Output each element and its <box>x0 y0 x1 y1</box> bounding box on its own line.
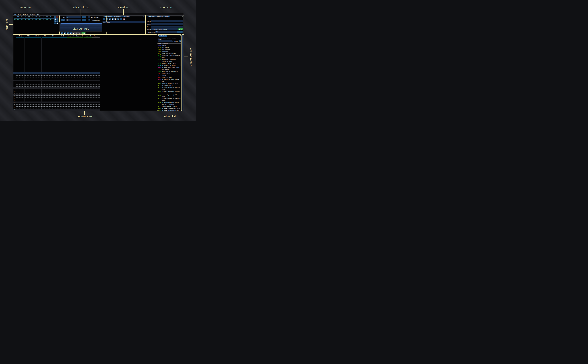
effect-row-11xx[interactable]: 11xxSet feedback (0 to 7) <box>158 84 181 86</box>
author-field[interactable] <box>151 23 183 25</box>
duplicate-to-end-button[interactable] <box>56 20 59 22</box>
pattern-row-7[interactable]: 7 <box>13 85 100 87</box>
effect-row-0Dxx[interactable]: 0DxxJump to next pattern <box>158 77 181 78</box>
tab-song-info[interactable]: Song Info <box>148 16 156 17</box>
pattern-row-15[interactable]: 15 <box>13 100 100 102</box>
effect-table-header[interactable]: Name Description <box>157 43 181 44</box>
order-cell[interactable]: 00 <box>32 19 33 20</box>
effect-row-16xy[interactable]: 16xySet operator multiplier (x: operator… <box>158 102 181 105</box>
step-increase-button[interactable]: + <box>84 19 86 21</box>
effect-row-19xx[interactable]: 19xxSet attack of all operators (0 to 1F… <box>158 108 181 110</box>
remove-order-button[interactable] <box>56 16 59 18</box>
system-select[interactable]: Sega Genesis/Mega Drive <box>151 28 178 30</box>
move-asset-up-button[interactable] <box>117 18 119 20</box>
pattern-view-panel[interactable]: ++ FM 1FM 2FM 3FM 4FM 5FM 6Square 1Squar… <box>13 35 157 111</box>
channel-header-fm-4[interactable]: FM 4 <box>44 35 47 37</box>
order-selected-row[interactable] <box>14 18 54 21</box>
order-cell[interactable]: 00 <box>17 19 19 20</box>
effect-row-13xx[interactable]: 13xxSet level of operator 2 (0 highest, … <box>158 90 181 94</box>
order-cell[interactable]: 00 <box>46 19 48 20</box>
repeat-pattern-button[interactable] <box>78 32 80 34</box>
pattern-row-4[interactable]: 4 <box>13 80 100 82</box>
tuning-increase-button[interactable]: + <box>180 31 183 33</box>
collapse-icon[interactable] <box>158 35 159 36</box>
save-asset-button[interactable] <box>112 18 114 20</box>
order-cell[interactable]: 00 <box>50 19 51 20</box>
order-cell[interactable]: 00 <box>39 19 40 20</box>
effect-row-14xx[interactable]: 14xxSet level of operator 3 (0 highest, … <box>158 94 181 98</box>
effect-row-05xy[interactable]: 05xyVolume slide + vibrato (compatibilit… <box>158 55 181 59</box>
effect-row-15xx[interactable]: 15xxSet level of operator 4 (0 highest, … <box>158 98 181 102</box>
effect-row-09xx[interactable]: 09xxSet groove pattern (speed 1 if no gr… <box>158 66 181 70</box>
channel-header-fm-2[interactable]: FM 2 <box>27 35 30 37</box>
close-icon[interactable]: ✕ <box>180 35 181 36</box>
step-one-row-button[interactable] <box>70 32 72 34</box>
add-order-button[interactable] <box>54 16 56 18</box>
close-icon[interactable]: ✕ <box>143 16 144 17</box>
pattern-row-16[interactable]: 16 <box>13 102 100 103</box>
pattern-row-3[interactable]: 3 <box>13 78 100 80</box>
menu-item-edit[interactable]: edit <box>18 13 21 15</box>
channel-header-noise[interactable]: Noise <box>94 35 98 37</box>
pattern-row-8[interactable]: 8 <box>13 87 100 89</box>
pattern-row-9[interactable]: 9 <box>13 89 100 91</box>
tuning-decrease-button[interactable]: - <box>177 31 180 33</box>
tab-subsongs[interactable]: Subsongs <box>156 16 164 17</box>
pattern-row-1[interactable]: 1 <box>13 74 100 76</box>
effect-list-scrollbar[interactable] <box>181 37 181 66</box>
effect-search-input[interactable] <box>158 40 173 42</box>
pattern-row-5[interactable]: 5 <box>13 81 100 83</box>
collapse-icon[interactable] <box>103 16 104 17</box>
pattern-row-13[interactable]: 13 <box>13 96 100 98</box>
pattern-row-18[interactable]: 18 <box>13 105 100 107</box>
description-column-header[interactable]: Description <box>162 43 168 44</box>
effect-row-00xy[interactable]: 00xyArpeggio <box>158 45 181 46</box>
asset-list-item[interactable]: - None - <box>103 21 145 23</box>
order-cell[interactable]: 00 <box>35 19 37 20</box>
close-icon[interactable]: ✕ <box>182 16 183 17</box>
pattern-row-6[interactable]: 6 <box>13 83 100 85</box>
pattern-row-10[interactable]: 10 <box>13 91 100 92</box>
effect-row-1Axx[interactable]: 1AxxSet attack of operator 1 (0 to 1F) <box>158 110 181 110</box>
channel-header-fm-1[interactable]: FM 1 <box>19 35 22 37</box>
add-asset-button[interactable] <box>103 18 105 20</box>
effect-row-07xy[interactable]: 07xyTremolo (x: speed; y: depth) <box>158 62 181 64</box>
tree-view-button[interactable] <box>114 18 117 20</box>
pattern-row-19[interactable]: 19 <box>13 107 100 109</box>
step-decrease-button[interactable]: - <box>82 19 84 21</box>
delete-asset-button[interactable] <box>123 18 125 20</box>
tuning-input[interactable]: 440 <box>155 31 177 33</box>
follow-orders-checkbox[interactable]: ✓ <box>88 16 90 18</box>
effect-row-0Axy[interactable]: 0AxyVolume slide (0y: down; x0: up) <box>158 70 181 72</box>
deep-clone-unlink-button[interactable] <box>54 22 56 24</box>
play-button[interactable] <box>61 32 63 34</box>
stop-button[interactable] <box>73 32 75 34</box>
open-asset-button[interactable] <box>109 18 111 20</box>
order-cell[interactable]: 00 <box>25 19 26 20</box>
duplicate-asset-button[interactable] <box>106 18 108 20</box>
pattern-row-17[interactable]: 17 <box>13 103 100 105</box>
tab-wavetables[interactable]: Wavetables <box>113 16 122 17</box>
channel-header-square-1[interactable]: Square 1 <box>68 35 74 37</box>
effect-row-12xx[interactable]: 12xxSet level of operator 1 (0 highest, … <box>158 86 181 90</box>
effect-row-06xy[interactable]: 06xyVolume slide + portamento (compatibi… <box>158 59 181 63</box>
effect-row-08xy[interactable]: 08xySet panning (x: left; y: right) <box>158 65 181 66</box>
menu-item-window[interactable]: window <box>29 13 35 15</box>
pattern-corner-button[interactable]: ++ <box>14 35 15 37</box>
menu-item-file[interactable]: file <box>14 13 17 15</box>
order-change-mode-button[interactable] <box>56 22 59 24</box>
play-pattern-button[interactable] <box>64 32 66 34</box>
tab-effect-list[interactable]: Effect List <box>159 35 167 37</box>
pattern-row-12[interactable]: 12 <box>13 94 100 96</box>
collapse-icon[interactable] <box>146 16 147 17</box>
menu-item-help[interactable]: help <box>36 13 40 15</box>
album-field[interactable] <box>151 26 183 27</box>
pattern-row-14[interactable]: 14 <box>13 98 100 100</box>
octave-increase-button[interactable]: + <box>84 16 86 18</box>
effect-row-01xx[interactable]: 01xxPitch slide up <box>158 46 181 49</box>
octave-input[interactable]: 3 <box>66 16 81 18</box>
pattern-row-11[interactable]: 11 <box>13 92 100 94</box>
channel-header-square-3[interactable]: Square 3 <box>85 35 91 37</box>
tab-instruments[interactable]: Instruments <box>104 16 113 17</box>
step-input[interactable]: 1 <box>66 19 81 21</box>
